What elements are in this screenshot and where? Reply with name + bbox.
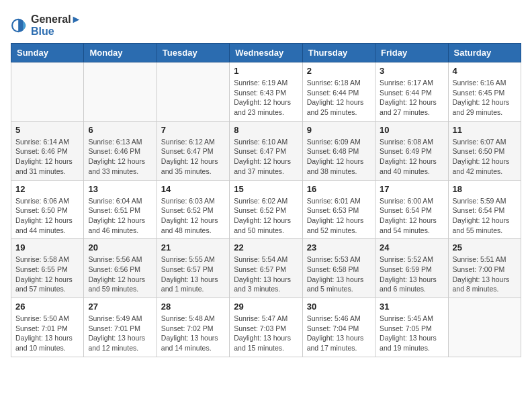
day-info: Sunrise: 5:49 AM Sunset: 7:01 PM Dayligh… [88,314,152,353]
weekday-header-thursday: Thursday [302,44,375,62]
day-info: Sunrise: 5:50 AM Sunset: 7:01 PM Dayligh… [15,314,79,353]
calendar-cell: 22Sunrise: 5:54 AM Sunset: 6:57 PM Dayli… [230,239,302,298]
day-info: Sunrise: 5:54 AM Sunset: 6:57 PM Dayligh… [234,255,298,294]
day-info: Sunrise: 6:09 AM Sunset: 6:48 PM Dayligh… [307,137,371,177]
calendar-cell [84,62,157,122]
calendar-cell: 10Sunrise: 6:08 AM Sunset: 6:49 PM Dayli… [375,121,448,180]
day-info: Sunrise: 6:12 AM Sunset: 6:47 PM Dayligh… [161,137,225,177]
day-number: 31 [380,302,443,312]
weekday-header-monday: Monday [84,44,157,62]
day-number: 2 [307,66,371,76]
calendar-cell: 20Sunrise: 5:56 AM Sunset: 6:56 PM Dayli… [84,239,157,298]
calendar-cell: 30Sunrise: 5:46 AM Sunset: 7:04 PM Dayli… [302,298,375,357]
calendar-cell: 8Sunrise: 6:10 AM Sunset: 6:47 PM Daylig… [230,121,302,180]
page-header: General► Blue [11,11,521,38]
calendar-cell: 4Sunrise: 6:16 AM Sunset: 6:45 PM Daylig… [448,62,521,122]
day-number: 14 [161,184,225,194]
calendar-cell: 11Sunrise: 6:07 AM Sunset: 6:50 PM Dayli… [448,121,521,180]
day-info: Sunrise: 6:17 AM Sunset: 6:44 PM Dayligh… [380,78,443,118]
calendar-cell: 25Sunrise: 5:51 AM Sunset: 7:00 PM Dayli… [448,239,521,298]
day-info: Sunrise: 6:04 AM Sunset: 6:51 PM Dayligh… [88,196,152,236]
calendar-week-row: 12Sunrise: 6:06 AM Sunset: 6:50 PM Dayli… [11,180,521,239]
day-number: 12 [15,184,79,194]
calendar-cell [11,62,84,122]
day-info: Sunrise: 6:08 AM Sunset: 6:49 PM Dayligh… [380,137,443,177]
calendar-cell: 16Sunrise: 6:01 AM Sunset: 6:53 PM Dayli… [302,180,375,239]
calendar-cell: 18Sunrise: 5:59 AM Sunset: 6:54 PM Dayli… [448,180,521,239]
calendar-cell: 3Sunrise: 6:17 AM Sunset: 6:44 PM Daylig… [375,62,448,122]
calendar-cell: 15Sunrise: 6:02 AM Sunset: 6:52 PM Dayli… [230,180,302,239]
calendar-week-row: 5Sunrise: 6:14 AM Sunset: 6:46 PM Daylig… [11,121,521,180]
day-number: 16 [307,184,371,194]
day-info: Sunrise: 6:16 AM Sunset: 6:45 PM Dayligh… [453,78,517,118]
day-info: Sunrise: 6:03 AM Sunset: 6:52 PM Dayligh… [161,196,225,236]
day-info: Sunrise: 6:06 AM Sunset: 6:50 PM Dayligh… [15,196,79,236]
weekday-header-wednesday: Wednesday [230,44,302,62]
day-number: 27 [88,302,152,312]
calendar-table: SundayMondayTuesdayWednesdayThursdayFrid… [11,43,521,357]
day-number: 22 [234,242,298,253]
calendar-cell: 17Sunrise: 6:00 AM Sunset: 6:54 PM Dayli… [375,180,448,239]
day-info: Sunrise: 5:53 AM Sunset: 6:58 PM Dayligh… [307,255,371,294]
day-number: 24 [380,242,443,253]
day-number: 15 [234,184,298,194]
weekday-header-saturday: Saturday [448,44,521,62]
day-info: Sunrise: 5:51 AM Sunset: 7:00 PM Dayligh… [453,255,517,294]
day-info: Sunrise: 6:13 AM Sunset: 6:46 PM Dayligh… [88,137,152,177]
day-info: Sunrise: 5:48 AM Sunset: 7:02 PM Dayligh… [161,314,225,353]
day-info: Sunrise: 5:58 AM Sunset: 6:55 PM Dayligh… [15,255,79,294]
calendar-cell [448,298,521,357]
day-number: 25 [453,242,517,253]
day-info: Sunrise: 5:56 AM Sunset: 6:56 PM Dayligh… [88,255,152,294]
day-info: Sunrise: 6:01 AM Sunset: 6:53 PM Dayligh… [307,196,371,236]
day-number: 1 [234,66,298,76]
calendar-cell: 31Sunrise: 5:45 AM Sunset: 7:05 PM Dayli… [375,298,448,357]
calendar-cell: 19Sunrise: 5:58 AM Sunset: 6:55 PM Dayli… [11,239,84,298]
calendar-cell: 7Sunrise: 6:12 AM Sunset: 6:47 PM Daylig… [157,121,229,180]
calendar-cell: 12Sunrise: 6:06 AM Sunset: 6:50 PM Dayli… [11,180,84,239]
day-number: 18 [453,184,517,194]
day-number: 3 [380,66,443,76]
calendar-cell [157,62,229,122]
day-number: 29 [234,302,298,312]
day-info: Sunrise: 6:19 AM Sunset: 6:43 PM Dayligh… [234,78,298,118]
day-number: 30 [307,302,371,312]
day-number: 23 [307,242,371,253]
day-info: Sunrise: 6:02 AM Sunset: 6:52 PM Dayligh… [234,196,298,236]
day-info: Sunrise: 5:46 AM Sunset: 7:04 PM Dayligh… [307,314,371,353]
day-number: 6 [88,125,152,135]
calendar-cell: 14Sunrise: 6:03 AM Sunset: 6:52 PM Dayli… [157,180,229,239]
day-number: 26 [15,302,79,312]
day-info: Sunrise: 5:52 AM Sunset: 6:59 PM Dayligh… [380,255,443,294]
calendar-header-row: SundayMondayTuesdayWednesdayThursdayFrid… [11,44,521,62]
day-number: 19 [15,242,79,253]
calendar-cell: 5Sunrise: 6:14 AM Sunset: 6:46 PM Daylig… [11,121,84,180]
calendar-cell: 21Sunrise: 5:55 AM Sunset: 6:57 PM Dayli… [157,239,229,298]
calendar-week-row: 26Sunrise: 5:50 AM Sunset: 7:01 PM Dayli… [11,298,521,357]
calendar-cell: 24Sunrise: 5:52 AM Sunset: 6:59 PM Dayli… [375,239,448,298]
weekday-header-tuesday: Tuesday [157,44,229,62]
day-number: 11 [453,125,517,135]
day-number: 21 [161,242,225,253]
day-number: 4 [453,66,517,76]
day-info: Sunrise: 6:18 AM Sunset: 6:44 PM Dayligh… [307,78,371,118]
calendar-cell: 27Sunrise: 5:49 AM Sunset: 7:01 PM Dayli… [84,298,157,357]
day-number: 7 [161,125,225,135]
calendar-cell: 2Sunrise: 6:18 AM Sunset: 6:44 PM Daylig… [302,62,375,122]
calendar-cell: 26Sunrise: 5:50 AM Sunset: 7:01 PM Dayli… [11,298,84,357]
calendar-week-row: 19Sunrise: 5:58 AM Sunset: 6:55 PM Dayli… [11,239,521,298]
day-number: 28 [161,302,225,312]
day-number: 5 [15,125,79,135]
day-number: 13 [88,184,152,194]
day-number: 9 [307,125,371,135]
day-number: 20 [88,242,152,253]
calendar-week-row: 1Sunrise: 6:19 AM Sunset: 6:43 PM Daylig… [11,62,521,122]
weekday-header-friday: Friday [375,44,448,62]
logo-icon [11,16,30,35]
day-number: 10 [380,125,443,135]
calendar-cell: 6Sunrise: 6:13 AM Sunset: 6:46 PM Daylig… [84,121,157,180]
weekday-header-sunday: Sunday [11,44,84,62]
day-info: Sunrise: 5:47 AM Sunset: 7:03 PM Dayligh… [234,314,298,353]
day-number: 8 [234,125,298,135]
calendar-cell: 9Sunrise: 6:09 AM Sunset: 6:48 PM Daylig… [302,121,375,180]
